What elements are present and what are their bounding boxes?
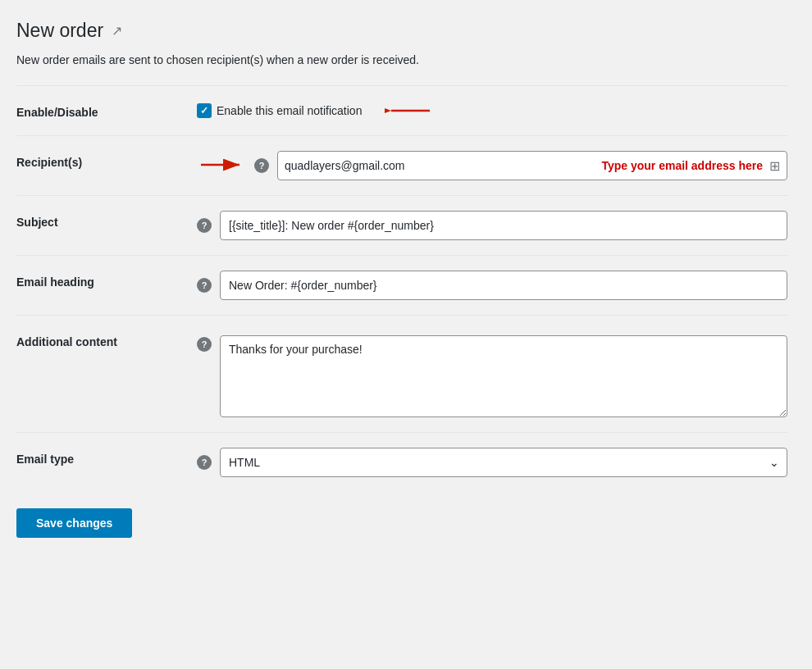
email-type-select[interactable]: HTML Plain text Multipart: [220, 448, 787, 477]
subject-help-icon[interactable]: ?: [197, 218, 212, 233]
subject-input[interactable]: [220, 211, 787, 240]
recipient-input[interactable]: [285, 152, 595, 180]
page-description: New order emails are sent to chosen reci…: [16, 52, 787, 69]
subject-label: Subject: [16, 211, 197, 229]
email-heading-label: Email heading: [16, 271, 197, 289]
additional-content-row: Additional content ? Thanks for your pur…: [16, 315, 787, 432]
recipient-hint-text: Type your email address here: [601, 159, 763, 172]
email-type-control: ? HTML Plain text Multipart ⌄: [197, 448, 787, 477]
email-type-row: Email type ? HTML Plain text Multipart ⌄: [16, 432, 787, 492]
email-heading-control: ?: [197, 271, 787, 300]
subject-row: Subject ?: [16, 195, 787, 255]
recipients-arrow-annotation: [197, 155, 246, 177]
arrow-left-icon: [385, 101, 434, 121]
additional-content-control: ? Thanks for your purchase!: [197, 330, 787, 417]
enable-disable-control: Enable this email notification: [197, 101, 787, 121]
recipients-label: Recipient(s): [16, 151, 197, 169]
enable-disable-row: Enable/Disable Enable this email notific…: [16, 85, 787, 135]
page-container: New order ↗ New order emails are sent to…: [0, 0, 804, 562]
recipients-help-icon[interactable]: ?: [254, 158, 269, 173]
additional-content-textarea[interactable]: Thanks for your purchase!: [220, 335, 787, 417]
arrow-right-icon: [197, 155, 246, 175]
page-title-row: New order ↗: [16, 20, 787, 42]
recipient-input-wrapper: Type your email address here ⊞: [277, 151, 787, 180]
enable-arrow-annotation: [385, 101, 434, 121]
subject-control: ?: [197, 211, 787, 240]
email-heading-row: Email heading ?: [16, 255, 787, 315]
external-link-icon[interactable]: ↗: [112, 23, 122, 39]
enable-checkbox-label: Enable this email notification: [217, 104, 362, 117]
enable-checkbox[interactable]: [197, 103, 212, 118]
email-heading-input[interactable]: [220, 271, 787, 300]
email-type-label: Email type: [16, 448, 197, 466]
recipients-row: Recipient(s) ?: [16, 135, 787, 195]
enable-checkbox-wrapper[interactable]: Enable this email notification: [197, 103, 362, 118]
grid-icon[interactable]: ⊞: [769, 158, 780, 174]
enable-disable-label: Enable/Disable: [16, 101, 197, 119]
save-changes-button[interactable]: Save changes: [16, 508, 132, 538]
email-type-select-wrapper: HTML Plain text Multipart ⌄: [220, 448, 787, 477]
additional-content-help-icon[interactable]: ?: [197, 337, 212, 352]
page-title: New order: [16, 20, 103, 42]
recipients-control: ? Type your email address here ⊞: [197, 151, 787, 180]
email-type-help-icon[interactable]: ?: [197, 455, 212, 470]
email-heading-help-icon[interactable]: ?: [197, 278, 212, 293]
additional-content-label: Additional content: [16, 330, 197, 348]
settings-form: Enable/Disable Enable this email notific…: [16, 85, 787, 492]
